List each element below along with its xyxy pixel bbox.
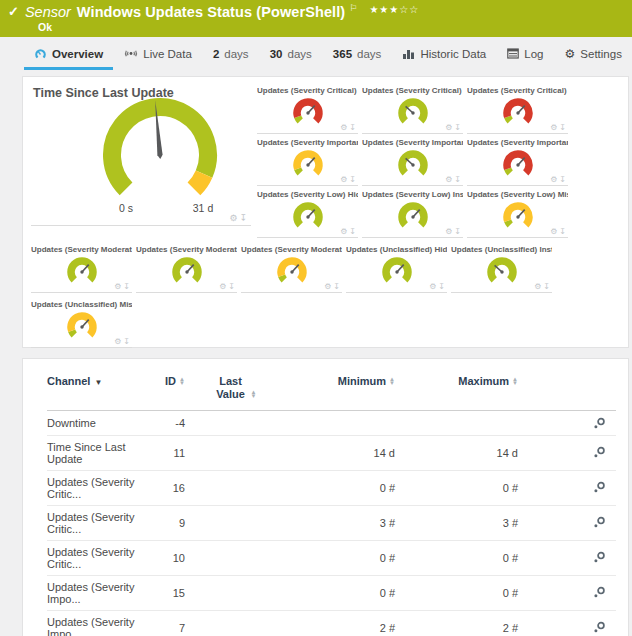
gear-icon[interactable]: ⚙: [550, 228, 557, 236]
pin-icon[interactable]: ↧: [438, 283, 445, 291]
table-row[interactable]: Updates (Severity Critic...100 #0 #: [47, 540, 616, 575]
channel-settings-icon[interactable]: [593, 621, 606, 634]
flag-icon[interactable]: ⚐: [349, 0, 357, 17]
status-ok-check-icon: ✓: [8, 3, 19, 21]
gear-icon[interactable]: ⚙: [534, 283, 541, 291]
cell-channel[interactable]: Updates (Severity Critic...: [47, 505, 147, 540]
pin-icon[interactable]: ↧: [559, 176, 566, 184]
channel-gauge-tile[interactable]: Updates (Severity Low) Hidden⚙↧: [257, 188, 358, 238]
channel-gauge-tile[interactable]: Updates (Severity Critical) Ins...⚙↧: [362, 84, 463, 134]
pin-icon[interactable]: ↧: [349, 124, 356, 132]
pin-icon[interactable]: ↧: [543, 283, 550, 291]
pin-icon[interactable]: ↧: [349, 228, 356, 236]
mini-gauge: [270, 255, 314, 286]
pin-icon[interactable]: ↧: [349, 176, 356, 184]
column-header-channel[interactable]: Channel▼: [47, 367, 147, 411]
gear-icon[interactable]: ⚙: [229, 214, 237, 222]
priority-stars[interactable]: ★★★☆☆: [369, 1, 419, 19]
channel-gauge-tile[interactable]: Updates (Severity Critical) Hi...⚙↧: [257, 84, 358, 134]
cell-channel[interactable]: Updates (Severity Impo...: [47, 575, 147, 610]
pin-icon[interactable]: ↧: [239, 214, 247, 222]
table-row[interactable]: Updates (Severity Impo...150 #0 #: [47, 575, 616, 610]
tab-live-data[interactable]: Live Data: [122, 37, 194, 70]
tab-2-days[interactable]: 2days: [211, 37, 251, 70]
channel-gauge-tile[interactable]: Updates (Severity Critical) Mi...⚙↧: [467, 84, 568, 134]
pin-icon[interactable]: ↧: [454, 124, 461, 132]
table-row[interactable]: Downtime-4: [47, 411, 616, 436]
gear-icon[interactable]: ⚙: [550, 124, 557, 132]
pin-icon[interactable]: ↧: [454, 228, 461, 236]
tab-30-days[interactable]: 30days: [268, 37, 314, 70]
pin-icon[interactable]: ↧: [333, 283, 340, 291]
channel-gauge-tile[interactable]: Updates (Severity Moderate) ...⚙↧: [241, 243, 342, 293]
sort-toggle-icon[interactable]: ▲▼: [512, 377, 518, 385]
cell-channel[interactable]: Time Since Last Update: [47, 435, 147, 470]
channel-settings-icon[interactable]: [593, 516, 606, 529]
cell-channel[interactable]: Downtime: [47, 411, 147, 436]
sort-toggle-icon[interactable]: ▲▼: [179, 377, 185, 385]
table-row[interactable]: Updates (Severity Impo...72 #2 #: [47, 610, 616, 636]
tile-icons: ⚙↧: [550, 228, 566, 236]
tile-icons: ⚙↧: [534, 283, 550, 291]
pin-icon[interactable]: ↧: [454, 176, 461, 184]
pin-icon[interactable]: ↧: [228, 283, 235, 291]
column-header-maximum[interactable]: Maximum▲▼: [395, 367, 518, 411]
tab-log[interactable]: Log: [505, 37, 545, 70]
gear-icon[interactable]: ⚙: [340, 176, 347, 184]
channel-settings-icon[interactable]: [593, 586, 606, 599]
tab-overview[interactable]: Overview: [32, 37, 105, 70]
channel-gauge-tile[interactable]: Updates (Severity Important) ...⚙↧: [362, 136, 463, 186]
gear-icon[interactable]: ⚙: [429, 283, 436, 291]
sort-toggle-icon[interactable]: ▲▼: [251, 390, 257, 398]
tab-settings[interactable]: ⚙Settings: [563, 37, 624, 70]
channel-settings-icon[interactable]: [593, 551, 606, 564]
gear-icon[interactable]: ⚙: [340, 228, 347, 236]
cell-channel[interactable]: Updates (Severity Critic...: [47, 540, 147, 575]
channel-gauge-tile[interactable]: Updates (Unclassified) Hidden⚙↧: [346, 243, 447, 293]
main-gauge-title: Time Since Last Update: [33, 86, 174, 100]
gear-icon[interactable]: ⚙: [114, 283, 121, 291]
gear-icon[interactable]: ⚙: [445, 176, 452, 184]
main-gauge-tile[interactable]: Time Since Last Update 0 s 31 d ⚙↧: [31, 84, 251, 226]
cell-max: 2 #: [395, 610, 518, 636]
channel-gauge-tile[interactable]: Updates (Severity Low) Missi...⚙↧: [467, 188, 568, 238]
column-label: Minimum: [338, 375, 386, 387]
channel-table: Channel▼ID▲▼Last Value▲▼Minimum▲▼Maximum…: [47, 367, 616, 636]
gear-icon[interactable]: ⚙: [324, 283, 331, 291]
pin-icon[interactable]: ↧: [559, 124, 566, 132]
channel-gauge-tile[interactable]: Updates (Unclassified) Missing⚙↧: [31, 298, 132, 348]
channel-gauge-tile[interactable]: Updates (Severity Important) ...⚙↧: [257, 136, 358, 186]
channel-gauge-tile[interactable]: Updates (Unclassified) Install...⚙↧: [451, 243, 552, 293]
pin-icon[interactable]: ↧: [123, 338, 130, 346]
table-row[interactable]: Updates (Severity Critic...93 #3 #: [47, 505, 616, 540]
sort-toggle-icon[interactable]: ▲▼: [389, 377, 395, 385]
mini-gauge: [60, 310, 104, 341]
cell-channel[interactable]: Updates (Severity Impo...: [47, 610, 147, 636]
pin-icon[interactable]: ↧: [559, 228, 566, 236]
channel-settings-icon[interactable]: [593, 417, 606, 430]
column-header-minimum[interactable]: Minimum▲▼: [285, 367, 395, 411]
channel-gauge-tile[interactable]: Updates (Severity Moderate) ...⚙↧: [31, 243, 132, 293]
gear-icon[interactable]: ⚙: [550, 176, 557, 184]
tab-label: Live Data: [143, 48, 192, 60]
table-row[interactable]: Time Since Last Update1114 d14 d: [47, 435, 616, 470]
gear-icon[interactable]: ⚙: [445, 124, 452, 132]
channel-settings-icon[interactable]: [593, 446, 606, 459]
channel-settings-icon[interactable]: [593, 481, 606, 494]
table-row[interactable]: Updates (Severity Critic...160 #0 #: [47, 470, 616, 505]
column-header-last-value[interactable]: Last Value▲▼: [185, 367, 285, 411]
gear-icon[interactable]: ⚙: [219, 283, 226, 291]
channel-gauge-tile[interactable]: Updates (Severity Low) Install...⚙↧: [362, 188, 463, 238]
pin-icon[interactable]: ↧: [123, 283, 130, 291]
channel-gauge-tile[interactable]: Updates (Severity Important) ...⚙↧: [467, 136, 568, 186]
tab-365-days[interactable]: 365days: [331, 37, 383, 70]
column-header-id[interactable]: ID▲▼: [147, 367, 185, 411]
channel-gauge-tile[interactable]: Updates (Severity Moderate) I...⚙↧: [136, 243, 237, 293]
gear-icon[interactable]: ⚙: [340, 124, 347, 132]
gear-icon[interactable]: ⚙: [445, 228, 452, 236]
column-header-actions: [518, 367, 616, 411]
cell-channel[interactable]: Updates (Severity Critic...: [47, 470, 147, 505]
tab-historic-data[interactable]: Historic Data: [400, 37, 488, 70]
channel-settings-cell: [518, 610, 616, 636]
gear-icon[interactable]: ⚙: [114, 338, 121, 346]
